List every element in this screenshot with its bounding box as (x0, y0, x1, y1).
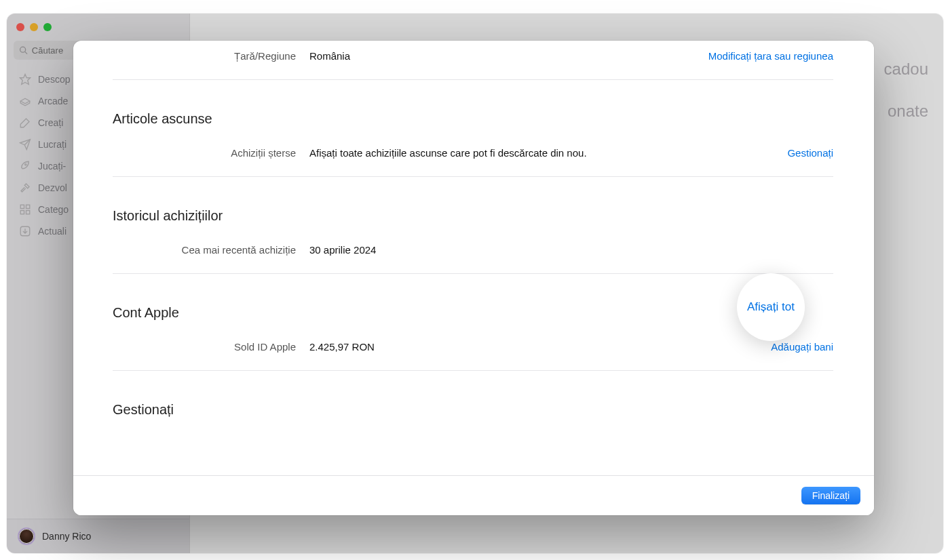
divider (113, 79, 833, 80)
apple-account-title: Cont Apple (113, 278, 833, 332)
country-value: România (309, 50, 708, 62)
hidden-items-row: Achiziții șterse Afișați toate achiziții… (113, 138, 833, 172)
last-purchase-label: Cea mai recentă achiziție (113, 244, 309, 256)
modal-footer: Finalizați (73, 475, 874, 515)
hidden-items-title: Articole ascunse (113, 84, 833, 138)
purchase-history-title: Istoricul achizițiilor (113, 181, 833, 235)
apple-balance-row: Sold ID Apple 2.425,97 RON Adăugați bani (113, 332, 833, 366)
last-purchase-value: 30 aprilie 2024 (309, 244, 791, 256)
hidden-items-value: Afișați toate achizițiile ascunse care p… (309, 147, 787, 159)
apple-balance-value: 2.425,97 RON (309, 341, 771, 353)
hidden-items-label: Achiziții șterse (113, 147, 309, 159)
modal-body: Țară/Regiune România Modificați țara sau… (73, 41, 874, 475)
manage-hidden-link[interactable]: Gestionați (787, 147, 833, 159)
divider (113, 273, 833, 274)
account-modal: Țară/Regiune România Modificați țara sau… (73, 41, 874, 515)
apple-balance-label: Sold ID Apple (113, 341, 309, 353)
done-button[interactable]: Finalizați (801, 487, 860, 504)
add-funds-link[interactable]: Adăugați bani (771, 341, 833, 353)
country-label: Țară/Regiune (113, 50, 309, 62)
manage-title: Gestionați (113, 375, 833, 428)
country-row: Țară/Regiune România Modificați țara sau… (113, 41, 833, 75)
change-country-link[interactable]: Modificați țara sau regiunea (708, 50, 833, 62)
divider (113, 176, 833, 177)
divider (113, 370, 833, 371)
purchase-history-row: Cea mai recentă achiziție 30 aprilie 202… (113, 235, 833, 269)
